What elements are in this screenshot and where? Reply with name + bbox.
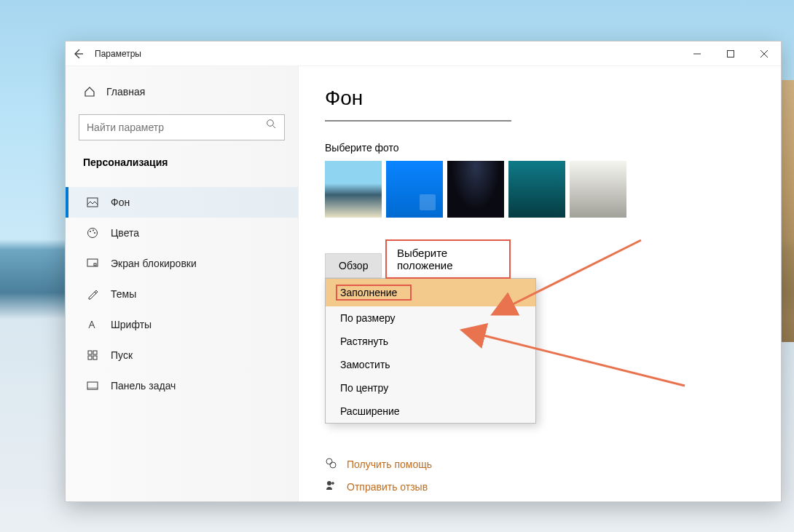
taskbar-icon: [86, 379, 99, 392]
thumbnail-2[interactable]: [386, 161, 443, 218]
choose-position-label: Выберите положение: [385, 239, 511, 279]
sidebar-item-lockscreen[interactable]: Экран блокировки: [66, 248, 298, 279]
back-button[interactable]: [66, 41, 90, 66]
help-icon: [325, 457, 338, 471]
position-option-center[interactable]: По центру: [326, 376, 535, 400]
picture-icon: [86, 196, 99, 209]
sidebar-home-label: Главная: [106, 86, 145, 98]
sidebar-item-colors[interactable]: Цвета: [66, 218, 298, 248]
svg-point-17: [327, 481, 331, 485]
lockscreen-icon: [86, 257, 99, 270]
svg-rect-12: [93, 356, 97, 360]
search-input[interactable]: [79, 114, 285, 140]
svg-rect-11: [88, 356, 92, 360]
position-dropdown[interactable]: Заполнение По размеру Растянуть Замостит…: [325, 278, 536, 424]
titlebar: Параметры: [66, 41, 781, 66]
thumbnail-1[interactable]: [325, 161, 382, 218]
maximize-button[interactable]: [714, 41, 747, 66]
sidebar-item-fonts[interactable]: Шрифты: [66, 309, 298, 340]
page-title: Фон: [325, 87, 755, 110]
position-option-label: По центру: [340, 382, 388, 394]
start-icon: [86, 349, 99, 362]
svg-point-5: [93, 230, 94, 231]
help-link-label: Получить помощь: [347, 458, 432, 470]
position-option-label: По размеру: [340, 312, 396, 324]
sidebar-item-label: Шрифты: [111, 319, 152, 330]
position-option-span[interactable]: Расширение: [326, 400, 535, 423]
feedback-icon: [325, 480, 338, 493]
sidebar-item-label: Панель задач: [111, 380, 176, 392]
thumbnail-4[interactable]: [508, 161, 565, 218]
svg-point-1: [267, 120, 274, 127]
svg-rect-14: [87, 387, 98, 389]
position-option-stretch[interactable]: Растянуть: [326, 330, 535, 353]
sidebar-item-themes[interactable]: Темы: [66, 279, 298, 309]
sidebar-section-title: Персонализация: [66, 146, 298, 175]
sidebar-home[interactable]: Главная: [66, 79, 298, 104]
thumbnail-3[interactable]: [447, 161, 504, 218]
svg-rect-10: [93, 351, 97, 354]
svg-rect-9: [88, 351, 92, 354]
maximize-icon: [726, 49, 735, 58]
svg-point-6: [94, 232, 95, 234]
settings-window: Параметры Главная Персо: [65, 41, 782, 502]
position-option-label: Расширение: [340, 405, 400, 417]
palette-icon: [86, 226, 99, 239]
fonts-icon: [86, 318, 99, 331]
position-option-label: Замостить: [340, 359, 390, 370]
help-link[interactable]: Получить помощь: [325, 453, 755, 475]
close-button[interactable]: [747, 41, 781, 66]
minimize-button[interactable]: [680, 41, 714, 66]
themes-icon: [86, 287, 99, 301]
main-content: Фон Выберите фото Обзор Выберите положен…: [299, 66, 781, 501]
minimize-icon: [693, 49, 701, 58]
sidebar-item-taskbar[interactable]: Панель задач: [66, 370, 298, 401]
window-title: Параметры: [95, 49, 141, 59]
sidebar-item-label: Фон: [111, 196, 130, 208]
feedback-link[interactable]: Отправить отзыв: [325, 475, 755, 498]
svg-point-4: [90, 231, 91, 232]
svg-point-16: [330, 462, 336, 468]
browse-button[interactable]: Обзор: [325, 253, 382, 278]
search-icon: [266, 119, 276, 132]
sidebar: Главная Персонализация Фон Цвета: [66, 66, 299, 501]
position-option-label: Заполнение: [336, 285, 412, 301]
back-arrow-icon: [72, 48, 84, 60]
choose-photo-label: Выберите фото: [325, 142, 755, 154]
sidebar-nav: Фон Цвета Экран блокировки Темы Шрифты: [66, 187, 298, 401]
sidebar-item-label: Цвета: [111, 227, 139, 239]
svg-rect-8: [94, 263, 96, 266]
feedback-link-label: Отправить отзыв: [347, 481, 428, 493]
position-option-fit[interactable]: По размеру: [326, 306, 535, 330]
svg-rect-2: [87, 198, 98, 207]
sidebar-item-background[interactable]: Фон: [66, 187, 298, 218]
photo-thumbnails: [325, 161, 755, 218]
position-option-label: Растянуть: [340, 336, 388, 347]
position-option-tile[interactable]: Замостить: [326, 353, 535, 376]
sidebar-item-label: Пуск: [111, 349, 133, 361]
position-option-fill[interactable]: Заполнение: [326, 279, 535, 306]
sidebar-item-start[interactable]: Пуск: [66, 340, 298, 370]
title-underline: [325, 120, 511, 122]
sidebar-item-label: Темы: [111, 288, 136, 300]
close-icon: [760, 49, 769, 58]
svg-rect-0: [728, 50, 734, 57]
home-icon: [83, 85, 96, 98]
svg-point-3: [88, 229, 98, 238]
svg-point-15: [326, 458, 332, 464]
sidebar-item-label: Экран блокировки: [111, 258, 197, 269]
thumbnail-5[interactable]: [570, 161, 626, 218]
